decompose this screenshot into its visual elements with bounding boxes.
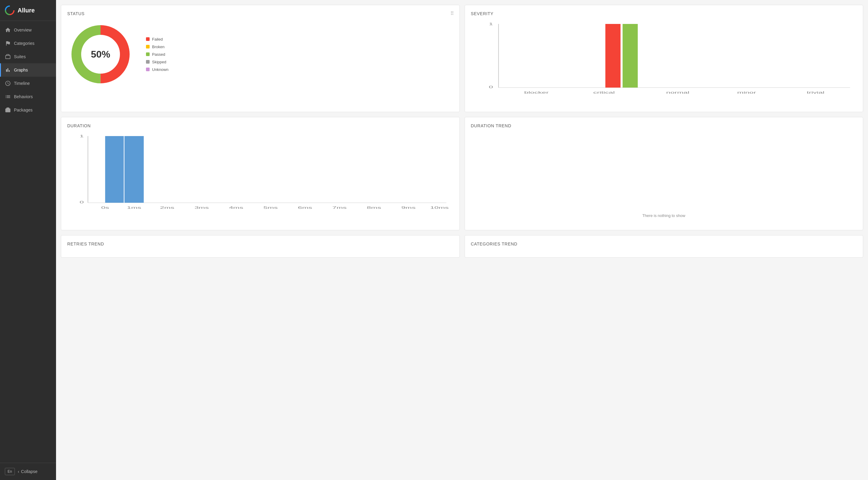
collapse-button[interactable]: ‹ Collapse (18, 469, 37, 474)
sidebar-label-overview: Overview (14, 28, 31, 32)
legend-unknown: Unknown (146, 67, 168, 72)
status-card: ⠿ STATUS 50% Failed (61, 5, 460, 112)
failed-dot (146, 37, 150, 41)
sidebar-item-behaviors[interactable]: Behaviors (0, 90, 56, 103)
broken-label: Broken (152, 44, 164, 49)
svg-rect-10 (622, 24, 638, 88)
categories-trend-title: CATEGORIES TREND (471, 241, 857, 246)
svg-text:6ms: 6ms (298, 206, 312, 209)
svg-text:4ms: 4ms (229, 206, 243, 209)
unknown-label: Unknown (152, 67, 168, 72)
duration-trend-empty: There is nothing to show (471, 133, 857, 224)
svg-text:0: 0 (80, 200, 84, 204)
status-title: STATUS (67, 11, 454, 16)
svg-text:1: 1 (80, 134, 84, 138)
status-legend: Failed Broken Passed Skipped Unknown (146, 37, 168, 72)
svg-text:9ms: 9ms (401, 206, 415, 209)
duration-card: DURATION 1 0 0s 1ms 2ms 3ms 4ms (61, 117, 460, 230)
logo: Allure (0, 0, 56, 21)
svg-rect-22 (124, 136, 144, 203)
app-title: Allure (18, 7, 35, 14)
briefcase-icon (5, 54, 11, 60)
svg-text:critical: critical (593, 91, 615, 94)
sidebar-label-packages: Packages (14, 108, 32, 113)
sidebar-item-categories[interactable]: Categories (0, 37, 56, 50)
sidebar-label-graphs: Graphs (14, 67, 28, 72)
retries-trend-title: RETRIES TREND (67, 241, 454, 246)
language-button[interactable]: En (5, 468, 15, 475)
skipped-label: Skipped (152, 60, 166, 64)
collapse-label: Collapse (21, 469, 37, 474)
nav-menu: Overview Categories Suites Graphs Timeli… (0, 21, 56, 463)
duration-chart: 1 0 0s 1ms 2ms 3ms 4ms 5ms 6ms 7ms 8ms 9… (67, 133, 454, 224)
categories-trend-card: CATEGORIES TREND (465, 235, 864, 258)
status-content: 50% Failed Broken Passed Skipped (67, 21, 454, 88)
sidebar-item-overview[interactable]: Overview (0, 23, 56, 37)
sidebar-label-behaviors: Behaviors (14, 94, 33, 99)
empty-message: There is nothing to show (642, 213, 685, 218)
sidebar-item-suites[interactable]: Suites (0, 50, 56, 63)
severity-title: SEVERITY (471, 11, 857, 16)
svg-text:blocker: blocker (524, 91, 549, 94)
legend-failed: Failed (146, 37, 168, 41)
legend-skipped: Skipped (146, 60, 168, 64)
flag-icon (5, 40, 11, 47)
duration-title: DURATION (67, 123, 454, 128)
svg-text:5ms: 5ms (264, 206, 278, 209)
more-options-icon[interactable]: ⠿ (451, 10, 454, 17)
severity-chart: 1 0 blocker critical normal minor trivia… (471, 21, 857, 106)
svg-text:0s: 0s (101, 206, 109, 209)
sidebar-item-graphs[interactable]: Graphs (0, 63, 56, 77)
main-content: ⠿ STATUS 50% Failed (56, 0, 868, 480)
list-icon (5, 94, 11, 100)
svg-text:8ms: 8ms (367, 206, 381, 209)
svg-text:minor: minor (737, 91, 756, 94)
clock-icon (5, 80, 11, 86)
severity-card: SEVERITY 1 0 blocker critical normal min… (465, 5, 864, 112)
sidebar-label-timeline: Timeline (14, 81, 30, 86)
sidebar: Allure Overview Categories Suites Graphs… (0, 0, 56, 480)
donut-percentage: 50% (91, 49, 110, 60)
svg-text:1ms: 1ms (127, 206, 141, 209)
allure-logo-icon (5, 5, 14, 15)
skipped-dot (146, 60, 150, 64)
svg-text:trivial: trivial (807, 91, 824, 94)
svg-text:normal: normal (666, 91, 689, 94)
svg-text:10ms: 10ms (430, 206, 448, 209)
svg-rect-9 (605, 24, 620, 88)
sidebar-item-packages[interactable]: Packages (0, 103, 56, 117)
svg-text:2ms: 2ms (160, 206, 174, 209)
svg-text:3ms: 3ms (194, 206, 209, 209)
home-icon (5, 27, 11, 33)
passed-label: Passed (152, 52, 165, 57)
sidebar-item-timeline[interactable]: Timeline (0, 77, 56, 90)
legend-broken: Broken (146, 44, 168, 49)
svg-text:0: 0 (489, 85, 493, 89)
svg-text:7ms: 7ms (332, 206, 346, 209)
duration-trend-card: DURATION TREND There is nothing to show (465, 117, 864, 230)
bar-chart-icon (5, 67, 11, 73)
unknown-dot (146, 67, 150, 71)
sidebar-footer: En ‹ Collapse (0, 463, 56, 480)
sidebar-label-suites: Suites (14, 54, 26, 59)
legend-passed: Passed (146, 52, 168, 57)
broken-dot (146, 45, 150, 49)
retries-trend-card: RETRIES TREND (61, 235, 460, 258)
sidebar-label-categories: Categories (14, 41, 34, 46)
svg-rect-20 (105, 136, 124, 203)
failed-label: Failed (152, 37, 163, 41)
duration-trend-title: DURATION TREND (471, 123, 857, 128)
chevron-left-icon: ‹ (18, 469, 20, 474)
passed-dot (146, 53, 150, 56)
donut-chart: 50% (67, 21, 134, 88)
package-icon (5, 107, 11, 113)
svg-text:1: 1 (489, 22, 493, 26)
